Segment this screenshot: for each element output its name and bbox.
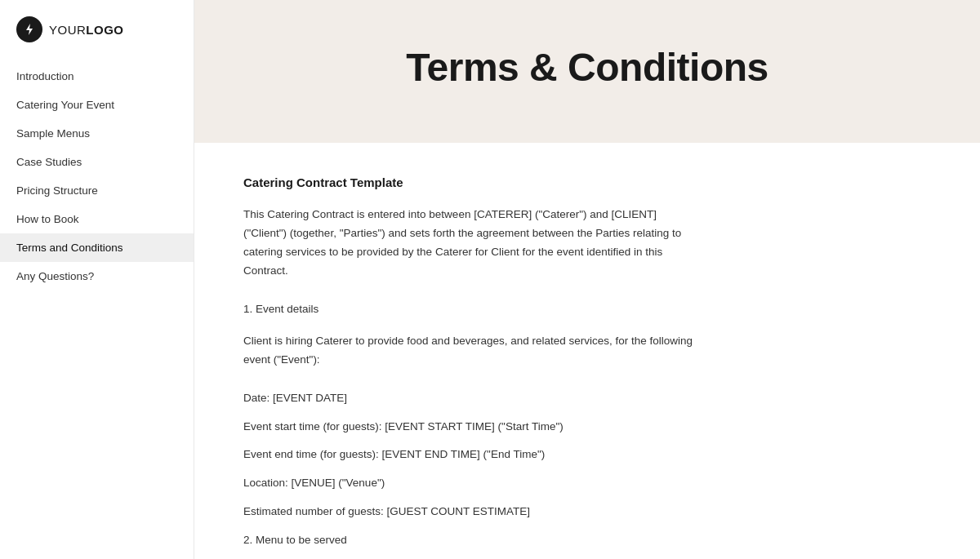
date-field: Date: [EVENT DATE] [243, 389, 701, 408]
guest-count-field: Estimated number of guests: [GUEST COUNT… [243, 503, 701, 521]
sidebar-item-introduction[interactable]: Introduction [0, 62, 194, 91]
section2-heading: 2. Menu to be served [243, 531, 701, 550]
section1-intro: Client is hiring Caterer to provide food… [243, 332, 701, 370]
logo-icon [16, 16, 42, 42]
contract-title: Catering Contract Template [243, 175, 701, 189]
contract-intro: This Catering Contract is entered into b… [243, 206, 701, 281]
sidebar-item-catering[interactable]: Catering Your Event [0, 91, 194, 119]
section1-heading: 1. Event details [243, 300, 701, 319]
sidebar-item-questions[interactable]: Any Questions? [0, 262, 194, 291]
sidebar: YOURLOGO Introduction Catering Your Even… [0, 0, 194, 559]
location-field: Location: [VENUE] ("Venue") [243, 474, 701, 493]
main-content: Terms & Conditions Catering Contract Tem… [194, 0, 980, 559]
sidebar-item-case-studies[interactable]: Case Studies [0, 148, 194, 176]
page-title: Terms & Conditions [406, 45, 768, 90]
sidebar-item-terms[interactable]: Terms and Conditions [0, 233, 194, 262]
sidebar-item-pricing[interactable]: Pricing Structure [0, 176, 194, 205]
logo-text: YOURLOGO [49, 23, 124, 37]
start-time-field: Event start time (for guests): [EVENT ST… [243, 418, 701, 437]
svg-marker-0 [26, 24, 33, 35]
end-time-field: Event end time (for guests): [EVENT END … [243, 446, 701, 464]
content-body: Catering Contract Template This Catering… [194, 143, 750, 559]
logo-area: YOURLOGO [0, 0, 194, 62]
hero-banner: Terms & Conditions [194, 0, 980, 143]
sidebar-item-how-to-book[interactable]: How to Book [0, 205, 194, 233]
sidebar-item-sample-menus[interactable]: Sample Menus [0, 119, 194, 148]
sidebar-nav: Introduction Catering Your Event Sample … [0, 62, 194, 291]
